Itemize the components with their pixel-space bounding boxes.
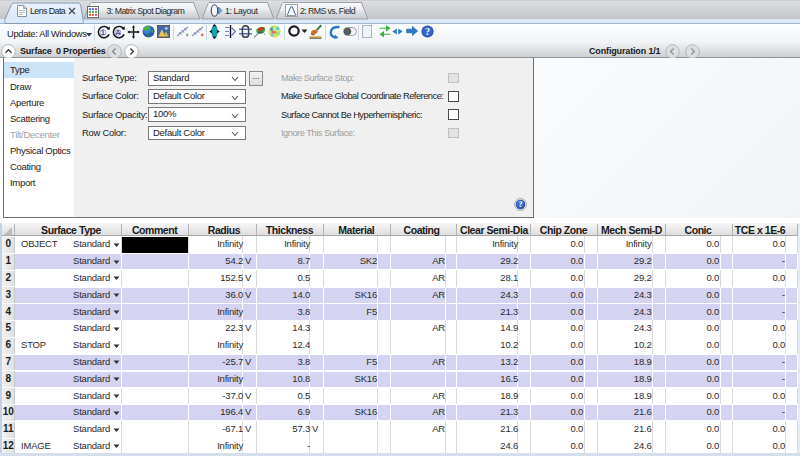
svg-text:A: A — [115, 28, 121, 37]
svg-text:?: ? — [519, 200, 523, 209]
svg-text:1: 1 — [101, 28, 105, 37]
svg-text:?: ? — [425, 27, 430, 37]
